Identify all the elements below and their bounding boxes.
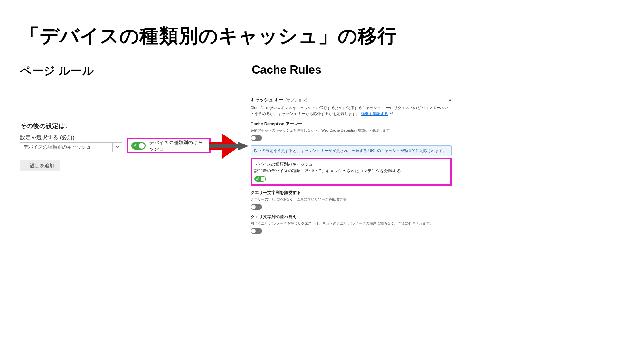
left-column-heading: ページ ルール <box>20 63 94 79</box>
sort-qs-section: クエリ文字列の並べ替え 同じクエリ パラメータを持つリクエストは、それらのクエリ… <box>251 214 452 234</box>
cache-key-title: キャッシュ キー <box>251 97 283 104</box>
device-cache-title: デバイスの種類別のキャッシュ <box>254 161 448 168</box>
device-cache-toggle-card: デバイスの種類別のキャッシュ <box>127 138 211 153</box>
device-cache-highlight: デバイスの種類別のキャッシュ 訪問者のデバイスの種類に基づいて、キャッシュされた… <box>251 158 452 186</box>
cache-key-desc: Cloudflare がレスポンスをキャッシュに保存するために使用するキャッシュ… <box>251 105 452 117</box>
cache-deception-toggle[interactable]: ✕ <box>251 135 262 141</box>
x-icon: ✕ <box>258 205 261 209</box>
svg-marker-2 <box>238 142 249 151</box>
setting-select-value: デバイスの種類別のキャッシュ <box>20 143 112 152</box>
add-setting-button[interactable]: + 設定を追加 <box>20 160 60 171</box>
x-icon: ✕ <box>258 136 261 140</box>
right-column-heading: Cache Rules <box>252 63 321 77</box>
svg-rect-1 <box>209 144 239 148</box>
ignore-qs-title: クエリー文字列を無視する <box>251 190 452 196</box>
details-link[interactable]: 詳細を確認する <box>361 111 388 116</box>
ignore-qs-desc: クエリー文字列に関係なく、全員に同じリソースを配信する <box>251 197 452 202</box>
ignore-qs-section: クエリー文字列を無視する クエリー文字列に関係なく、全員に同じリソースを配信する… <box>251 190 452 210</box>
check-icon <box>133 143 137 147</box>
cache-key-optional: (オプション) <box>285 97 307 103</box>
cache-deception-desc: 静的アセットのキャッシュを許可しながら、Web Cache Deception … <box>251 128 452 133</box>
x-icon: ✕ <box>258 229 261 233</box>
after-settings-label: その後の設定は: <box>20 122 67 130</box>
sort-qs-toggle[interactable]: ✕ <box>251 228 262 234</box>
setting-select-caret[interactable] <box>112 143 122 152</box>
select-setting-label: 設定を選択する (必須) <box>20 134 74 141</box>
cache-deception-title: Cache Deception アーマー <box>251 121 452 127</box>
cache-rules-panel: キャッシュ キー (オプション) Cloudflare がレスポンスをキャッシュ… <box>251 97 452 234</box>
ignore-qs-toggle[interactable]: ✕ <box>251 204 262 210</box>
setting-select[interactable]: デバイスの種類別のキャッシュ <box>20 142 122 152</box>
external-link-icon <box>390 111 393 117</box>
slide-title: 「デバイスの種類別のキャッシュ」の移行 <box>20 23 397 49</box>
migration-arrow <box>209 130 251 162</box>
device-cache-toggle-right[interactable] <box>254 176 266 182</box>
sort-qs-desc: 同じクエリ パラメータを持つリクエストは、それらのクエリ パラメータの順序に関係… <box>251 221 452 226</box>
cache-deception-section: Cache Deception アーマー 静的アセットのキャッシュを許可しながら… <box>251 121 452 141</box>
device-cache-toggle-left[interactable] <box>131 142 146 150</box>
check-icon <box>256 177 259 180</box>
sort-qs-title: クエリ文字列の並べ替え <box>251 214 452 220</box>
cache-key-change-notice: 以下の設定を変更すると、キャッシュ キーが変更され、一致する URL のキャッシ… <box>251 145 452 156</box>
device-cache-desc: 訪問者のデバイスの種類に基づいて、キャッシュされたコンテンツを分離する <box>254 168 448 174</box>
chevron-down-icon <box>116 145 119 149</box>
device-cache-toggle-label: デバイスの種類別のキャッシュ <box>149 140 206 152</box>
